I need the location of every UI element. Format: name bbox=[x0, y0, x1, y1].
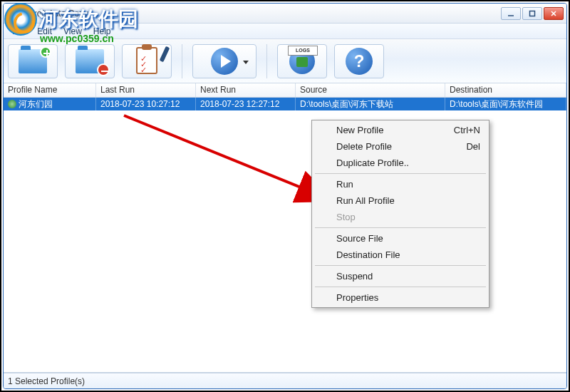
ctx-source-file[interactable]: Source File bbox=[314, 230, 487, 247]
ctx-new-profile[interactable]: New ProfileCtrl+N bbox=[314, 122, 487, 138]
menu-help[interactable]: Help bbox=[88, 25, 117, 38]
cell-last-run: 2018-07-23 10:27:12 bbox=[96, 98, 196, 110]
statusbar: 1 Selected Profile(s) bbox=[4, 373, 566, 388]
logs-icon bbox=[289, 48, 315, 74]
clipboard-icon: ✓✓✓ bbox=[136, 47, 157, 74]
cell-profile-name: 河东们园 bbox=[19, 98, 53, 110]
col-last-run[interactable]: Last Run bbox=[96, 83, 196, 97]
ctx-run-all[interactable]: Run All Profile bbox=[314, 192, 487, 209]
ctx-duplicate-profile[interactable]: Duplicate Profile.. bbox=[314, 155, 487, 171]
maximize-button[interactable] bbox=[522, 7, 542, 20]
play-icon bbox=[211, 48, 238, 75]
table-row[interactable]: 河东们园 2018-07-23 10:27:12 2018-07-23 12:2… bbox=[4, 98, 566, 110]
menu-separator bbox=[315, 287, 486, 287]
run-button[interactable] bbox=[192, 44, 256, 78]
window-title: Boxoft Auto Copy bbox=[22, 9, 501, 19]
col-profile-name[interactable]: Profile Name bbox=[4, 83, 96, 97]
delete-profile-button[interactable] bbox=[65, 44, 115, 78]
toolbar-separator bbox=[182, 44, 182, 78]
menu-file[interactable]: File bbox=[6, 25, 31, 38]
ctx-run[interactable]: Run bbox=[314, 176, 487, 192]
menu-separator bbox=[315, 227, 486, 228]
menu-edit[interactable]: Edit bbox=[31, 25, 58, 38]
menu-view[interactable]: View bbox=[58, 25, 88, 38]
menu-separator bbox=[315, 173, 486, 174]
help-button[interactable]: ? bbox=[334, 44, 384, 78]
column-header: Profile Name Last Run Next Run Source De… bbox=[4, 83, 566, 98]
col-next-run[interactable]: Next Run bbox=[196, 83, 296, 97]
col-source[interactable]: Source bbox=[296, 83, 445, 97]
ctx-properties[interactable]: Properties bbox=[314, 289, 487, 306]
window-controls bbox=[501, 7, 564, 20]
menu-separator bbox=[315, 265, 486, 266]
profile-status-icon bbox=[8, 100, 16, 108]
menubar: File Edit View Help bbox=[4, 24, 566, 39]
ctx-suspend[interactable]: Suspend bbox=[314, 268, 487, 284]
ctx-destination-file[interactable]: Destination File bbox=[314, 247, 487, 263]
titlebar: Boxoft Auto Copy bbox=[4, 4, 566, 24]
col-destination[interactable]: Destination bbox=[445, 83, 566, 97]
app-icon bbox=[6, 8, 18, 19]
cell-next-run: 2018-07-23 12:27:12 bbox=[196, 98, 296, 110]
status-text: 1 Selected Profile(s) bbox=[8, 376, 85, 386]
toolbar-separator bbox=[266, 44, 267, 78]
toolbar: ✓✓✓ ? bbox=[4, 39, 566, 83]
properties-button[interactable]: ✓✓✓ bbox=[122, 44, 172, 78]
ctx-stop: Stop bbox=[314, 209, 487, 225]
close-button[interactable] bbox=[544, 7, 564, 20]
cell-source: D:\tools\桌面\河东下载站 bbox=[296, 98, 445, 110]
help-icon: ? bbox=[346, 48, 373, 75]
minimize-button[interactable] bbox=[501, 7, 521, 20]
logs-button[interactable] bbox=[277, 44, 327, 78]
dropdown-caret-icon bbox=[243, 61, 249, 64]
context-menu: New ProfileCtrl+N Delete ProfileDel Dupl… bbox=[311, 120, 489, 308]
svg-rect-1 bbox=[530, 11, 535, 16]
ctx-delete-profile[interactable]: Delete ProfileDel bbox=[314, 138, 487, 155]
new-profile-button[interactable] bbox=[8, 44, 58, 78]
cell-destination: D:\tools\桌面\河东软件园 bbox=[445, 98, 566, 110]
